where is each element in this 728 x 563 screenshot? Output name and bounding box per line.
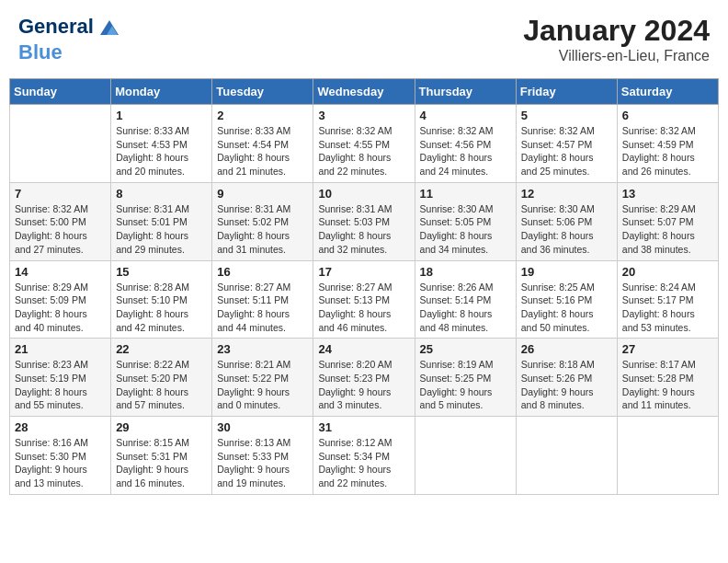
calendar-cell: 17Sunrise: 8:27 AMSunset: 5:13 PMDayligh… [313, 260, 415, 339]
day-number: 7 [15, 187, 106, 201]
day-number: 3 [318, 109, 409, 122]
day-info: Sunrise: 8:32 AMSunset: 4:55 PMDaylight:… [318, 124, 409, 178]
day-number: 20 [622, 265, 713, 279]
title-block: January 2024 Villiers-en-Lieu, France [523, 14, 710, 64]
day-info: Sunrise: 8:31 AMSunset: 5:02 PMDaylight:… [217, 202, 308, 257]
calendar-header-row: SundayMondayTuesdayWednesdayThursdayFrid… [10, 79, 719, 105]
calendar-cell: 16Sunrise: 8:27 AMSunset: 5:11 PMDayligh… [212, 260, 313, 339]
day-info: Sunrise: 8:30 AMSunset: 5:05 PMDaylight:… [420, 202, 511, 257]
day-number: 28 [15, 420, 106, 434]
day-number: 4 [420, 109, 511, 122]
day-number: 8 [116, 187, 207, 201]
day-info: Sunrise: 8:33 AMSunset: 4:54 PMDaylight:… [217, 124, 308, 178]
calendar-cell: 28Sunrise: 8:16 AMSunset: 5:30 PMDayligh… [10, 417, 111, 495]
calendar-cell: 29Sunrise: 8:15 AMSunset: 5:31 PMDayligh… [111, 417, 212, 495]
day-number: 2 [217, 109, 308, 122]
day-number: 15 [116, 265, 207, 279]
day-number: 19 [521, 265, 612, 279]
day-of-week-header: Thursday [415, 79, 516, 105]
calendar-cell [10, 105, 111, 183]
day-number: 6 [622, 109, 713, 122]
day-info: Sunrise: 8:25 AMSunset: 5:16 PMDaylight:… [521, 281, 612, 335]
day-info: Sunrise: 8:28 AMSunset: 5:10 PMDaylight:… [116, 281, 207, 335]
day-info: Sunrise: 8:22 AMSunset: 5:20 PMDaylight:… [116, 358, 207, 412]
calendar-week-row: 7Sunrise: 8:32 AMSunset: 5:00 PMDaylight… [10, 182, 719, 260]
day-number: 17 [318, 265, 409, 279]
day-info: Sunrise: 8:26 AMSunset: 5:14 PMDaylight:… [420, 281, 511, 335]
day-of-week-header: Monday [111, 79, 212, 105]
day-of-week-header: Sunday [10, 79, 111, 105]
calendar-week-row: 28Sunrise: 8:16 AMSunset: 5:30 PMDayligh… [10, 417, 719, 495]
calendar-cell [415, 417, 516, 495]
calendar-cell: 24Sunrise: 8:20 AMSunset: 5:23 PMDayligh… [313, 339, 415, 417]
day-info: Sunrise: 8:32 AMSunset: 5:00 PMDaylight:… [15, 202, 106, 257]
day-number: 27 [622, 342, 713, 356]
day-number: 1 [116, 109, 207, 122]
calendar-cell: 4Sunrise: 8:32 AMSunset: 4:56 PMDaylight… [415, 105, 516, 183]
calendar-week-row: 21Sunrise: 8:23 AMSunset: 5:19 PMDayligh… [10, 339, 719, 417]
day-info: Sunrise: 8:32 AMSunset: 4:59 PMDaylight:… [622, 124, 713, 178]
calendar-cell: 1Sunrise: 8:33 AMSunset: 4:53 PMDaylight… [111, 105, 212, 183]
day-of-week-header: Saturday [617, 79, 718, 105]
day-info: Sunrise: 8:31 AMSunset: 5:03 PMDaylight:… [318, 202, 409, 257]
day-number: 11 [420, 187, 511, 201]
day-info: Sunrise: 8:13 AMSunset: 5:33 PMDaylight:… [217, 436, 308, 490]
day-number: 13 [622, 187, 713, 201]
day-number: 21 [15, 342, 106, 356]
day-info: Sunrise: 8:29 AMSunset: 5:07 PMDaylight:… [622, 202, 713, 257]
day-number: 23 [217, 342, 308, 356]
day-info: Sunrise: 8:27 AMSunset: 5:13 PMDaylight:… [318, 281, 409, 335]
day-of-week-header: Wednesday [313, 79, 415, 105]
day-info: Sunrise: 8:24 AMSunset: 5:17 PMDaylight:… [622, 281, 713, 335]
day-number: 9 [217, 187, 308, 201]
calendar-cell: 22Sunrise: 8:22 AMSunset: 5:20 PMDayligh… [111, 339, 212, 417]
logo-text: General [18, 14, 123, 41]
calendar-table: SundayMondayTuesdayWednesdayThursdayFrid… [9, 78, 719, 495]
calendar-cell: 25Sunrise: 8:19 AMSunset: 5:25 PMDayligh… [415, 339, 516, 417]
page-header: General Blue January 2024 Villiers-en-Li… [9, 9, 719, 69]
logo-icon [96, 14, 123, 41]
day-info: Sunrise: 8:32 AMSunset: 4:57 PMDaylight:… [521, 124, 612, 178]
calendar-cell: 9Sunrise: 8:31 AMSunset: 5:02 PMDaylight… [212, 182, 313, 260]
day-number: 10 [318, 187, 409, 201]
day-number: 22 [116, 342, 207, 356]
day-info: Sunrise: 8:20 AMSunset: 5:23 PMDaylight:… [318, 358, 409, 412]
logo-text-blue: Blue [18, 41, 123, 63]
page-title: January 2024 [523, 14, 710, 48]
day-info: Sunrise: 8:12 AMSunset: 5:34 PMDaylight:… [318, 436, 409, 490]
day-info: Sunrise: 8:31 AMSunset: 5:01 PMDaylight:… [116, 202, 207, 257]
calendar-cell: 7Sunrise: 8:32 AMSunset: 5:00 PMDaylight… [10, 182, 111, 260]
calendar-cell: 14Sunrise: 8:29 AMSunset: 5:09 PMDayligh… [10, 260, 111, 339]
calendar-cell [516, 417, 617, 495]
day-info: Sunrise: 8:32 AMSunset: 4:56 PMDaylight:… [420, 124, 511, 178]
day-info: Sunrise: 8:15 AMSunset: 5:31 PMDaylight:… [116, 436, 207, 490]
day-info: Sunrise: 8:29 AMSunset: 5:09 PMDaylight:… [15, 281, 106, 335]
day-info: Sunrise: 8:17 AMSunset: 5:28 PMDaylight:… [622, 358, 713, 412]
calendar-cell: 23Sunrise: 8:21 AMSunset: 5:22 PMDayligh… [212, 339, 313, 417]
calendar-cell: 2Sunrise: 8:33 AMSunset: 4:54 PMDaylight… [212, 105, 313, 183]
calendar-cell: 27Sunrise: 8:17 AMSunset: 5:28 PMDayligh… [617, 339, 718, 417]
calendar-cell: 3Sunrise: 8:32 AMSunset: 4:55 PMDaylight… [313, 105, 415, 183]
day-number: 18 [420, 265, 511, 279]
day-number: 14 [15, 265, 106, 279]
day-number: 16 [217, 265, 308, 279]
calendar-cell: 21Sunrise: 8:23 AMSunset: 5:19 PMDayligh… [10, 339, 111, 417]
day-info: Sunrise: 8:30 AMSunset: 5:06 PMDaylight:… [521, 202, 612, 257]
day-info: Sunrise: 8:16 AMSunset: 5:30 PMDaylight:… [15, 436, 106, 490]
calendar-cell: 12Sunrise: 8:30 AMSunset: 5:06 PMDayligh… [516, 182, 617, 260]
day-of-week-header: Friday [516, 79, 617, 105]
page-subtitle: Villiers-en-Lieu, France [523, 48, 710, 64]
calendar-cell: 26Sunrise: 8:18 AMSunset: 5:26 PMDayligh… [516, 339, 617, 417]
day-of-week-header: Tuesday [212, 79, 313, 105]
calendar-cell: 15Sunrise: 8:28 AMSunset: 5:10 PMDayligh… [111, 260, 212, 339]
day-number: 5 [521, 109, 612, 122]
calendar-cell: 6Sunrise: 8:32 AMSunset: 4:59 PMDaylight… [617, 105, 718, 183]
day-info: Sunrise: 8:23 AMSunset: 5:19 PMDaylight:… [15, 358, 106, 412]
day-number: 24 [318, 342, 409, 356]
calendar-cell: 5Sunrise: 8:32 AMSunset: 4:57 PMDaylight… [516, 105, 617, 183]
calendar-cell [617, 417, 718, 495]
day-number: 12 [521, 187, 612, 201]
day-number: 30 [217, 420, 308, 434]
day-info: Sunrise: 8:18 AMSunset: 5:26 PMDaylight:… [521, 358, 612, 412]
calendar-cell: 8Sunrise: 8:31 AMSunset: 5:01 PMDaylight… [111, 182, 212, 260]
